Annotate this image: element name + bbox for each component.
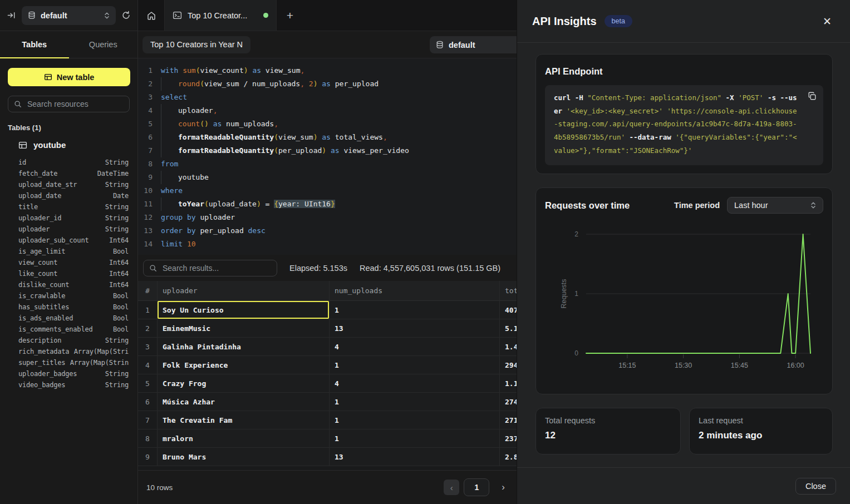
- tab-queries[interactable]: Queries: [69, 31, 138, 58]
- num-uploads-cell[interactable]: 1: [330, 429, 500, 447]
- refresh-button[interactable]: [121, 11, 131, 20]
- column-type: Bool: [113, 302, 129, 313]
- uploader-cell[interactable]: Crazy Frog: [158, 374, 330, 392]
- column-type: Int64: [109, 257, 129, 268]
- close-panel-button[interactable]: ✕: [819, 16, 835, 27]
- total-views-cell[interactable]: 274: [500, 393, 517, 411]
- sql-token: [161, 131, 178, 144]
- column-row[interactable]: uploaderString: [18, 224, 129, 235]
- home-button[interactable]: [138, 0, 164, 31]
- sidebar-item-youtube[interactable]: youtube: [18, 140, 130, 150]
- time-period-select[interactable]: Last hour: [727, 197, 823, 214]
- new-tab-button[interactable]: +: [277, 0, 303, 31]
- expand-to-bar-icon: [7, 11, 16, 20]
- uploader-cell[interactable]: Galinha Pintadinha: [158, 338, 330, 355]
- sql-token: views_per_video: [340, 146, 409, 155]
- sql-token: (: [204, 200, 209, 208]
- new-table-button[interactable]: New table: [8, 68, 130, 86]
- table-row: 3Galinha Pintadinha41.4: [138, 338, 517, 356]
- uploader-cell[interactable]: Folk Experience: [158, 356, 330, 374]
- total-views-cell[interactable]: 1.1: [500, 374, 517, 392]
- total-views-cell[interactable]: 2.8: [500, 448, 517, 466]
- total-views-cell[interactable]: 271: [500, 411, 517, 429]
- table-row: 1Soy Un Curioso1407: [138, 301, 517, 319]
- column-row[interactable]: upload_date_strString: [18, 179, 129, 190]
- column-row[interactable]: dislike_countInt64: [18, 279, 129, 290]
- column-row[interactable]: video_badgesString: [18, 379, 129, 391]
- column-name: title: [18, 201, 38, 213]
- column-row[interactable]: like_countInt64: [18, 268, 129, 279]
- pagination-page[interactable]: 1: [464, 478, 489, 496]
- query-title[interactable]: Top 10 Creators in Year N: [143, 36, 250, 53]
- tab-tables[interactable]: Tables: [0, 31, 69, 58]
- sql-token: ): [322, 146, 326, 155]
- uploader-cell[interactable]: Música Azhar: [158, 393, 330, 411]
- line-number: 6: [138, 131, 153, 144]
- header-cell[interactable]: #: [138, 281, 158, 300]
- column-row[interactable]: uploader_sub_countInt64: [18, 235, 129, 246]
- uploader-cell[interactable]: Bruno Mars: [158, 448, 330, 466]
- column-row[interactable]: is_age_limitBool: [18, 246, 129, 257]
- pagination-next-button[interactable]: ›: [498, 481, 508, 493]
- column-row[interactable]: is_comments_enabledBool: [18, 324, 129, 335]
- sql-token: uploader: [196, 213, 235, 221]
- num-uploads-cell[interactable]: 1: [330, 356, 500, 374]
- curl-command[interactable]: curl -H "Content-Type: application/json"…: [545, 85, 823, 165]
- num-uploads-cell[interactable]: 4: [330, 374, 500, 392]
- total-views-cell[interactable]: 1.4: [500, 338, 517, 355]
- close-button[interactable]: Close: [795, 478, 836, 495]
- num-uploads-cell[interactable]: 1: [330, 301, 500, 319]
- column-row[interactable]: fetch_dateDateTime: [18, 168, 129, 179]
- sql-token: 2: [309, 80, 313, 88]
- pagination-prev-button[interactable]: ‹: [444, 480, 459, 495]
- column-row[interactable]: uploader_badgesString: [18, 368, 129, 379]
- database-select[interactable]: default: [22, 6, 116, 25]
- sql-editor[interactable]: 1with sum(view_count) as view_sum,2round…: [138, 58, 517, 255]
- num-uploads-cell[interactable]: 13: [330, 319, 500, 337]
- editor-database-select[interactable]: default: [430, 36, 529, 53]
- copy-button[interactable]: [808, 92, 817, 101]
- column-row[interactable]: super_titlesArray(Map(Strin: [18, 357, 129, 368]
- sidebar-search-input[interactable]: [26, 99, 124, 109]
- uploader-cell[interactable]: Soy Un Curioso: [158, 301, 330, 319]
- uploader-cell[interactable]: The Crevatin Fam: [158, 411, 330, 429]
- column-row[interactable]: rich_metadataArray(Map(Stri: [18, 346, 129, 357]
- num-uploads-cell[interactable]: 13: [330, 448, 500, 466]
- column-row[interactable]: has_subtitlesBool: [18, 302, 129, 313]
- header-cell[interactable]: num_uploads: [330, 281, 500, 300]
- uploader-cell[interactable]: EminemMusic: [158, 319, 330, 337]
- query-tab[interactable]: Top 10 Creator...: [164, 0, 277, 31]
- sql-code: formatReadableQuantity(view_sum) as tota…: [153, 131, 387, 144]
- column-row[interactable]: upload_dateDate: [18, 190, 129, 201]
- header-cell[interactable]: uploader: [158, 281, 330, 300]
- panel-header: API Insights beta ✕: [517, 0, 850, 43]
- line-number: 2: [138, 77, 153, 91]
- sql-line: 14limit 10: [138, 238, 517, 251]
- sidebar-search[interactable]: [8, 96, 130, 112]
- column-row[interactable]: titleString: [18, 201, 129, 213]
- requests-card-header: Requests over time Time period Last hour: [545, 197, 823, 214]
- collapse-sidebar-button[interactable]: [7, 11, 16, 20]
- num-uploads-cell[interactable]: 1: [330, 411, 500, 429]
- uploader-cell[interactable]: mralorn: [158, 429, 330, 447]
- results-search-input[interactable]: [161, 263, 271, 273]
- column-row[interactable]: descriptionString: [18, 335, 129, 346]
- total-views-cell[interactable]: 407: [500, 301, 517, 319]
- row-number-cell: 7: [138, 411, 158, 429]
- sql-token: uploader: [178, 106, 213, 115]
- results-search[interactable]: [143, 260, 277, 276]
- sql-line: 10where: [138, 184, 517, 197]
- column-row[interactable]: uploader_idString: [18, 213, 129, 224]
- column-row[interactable]: idString: [18, 157, 129, 168]
- column-row[interactable]: view_countInt64: [18, 257, 129, 268]
- column-row[interactable]: is_crawlableBool: [18, 290, 129, 302]
- num-uploads-cell[interactable]: 1: [330, 393, 500, 411]
- header-cell[interactable]: tot: [500, 281, 517, 300]
- column-row[interactable]: is_ads_enabledBool: [18, 313, 129, 324]
- total-views-cell[interactable]: 294: [500, 356, 517, 374]
- num-uploads-cell[interactable]: 4: [330, 338, 500, 355]
- total-views-cell[interactable]: 5.1: [500, 319, 517, 337]
- total-views-cell[interactable]: 237: [500, 429, 517, 447]
- copy-icon: [808, 92, 817, 101]
- sql-token: sum: [183, 66, 195, 75]
